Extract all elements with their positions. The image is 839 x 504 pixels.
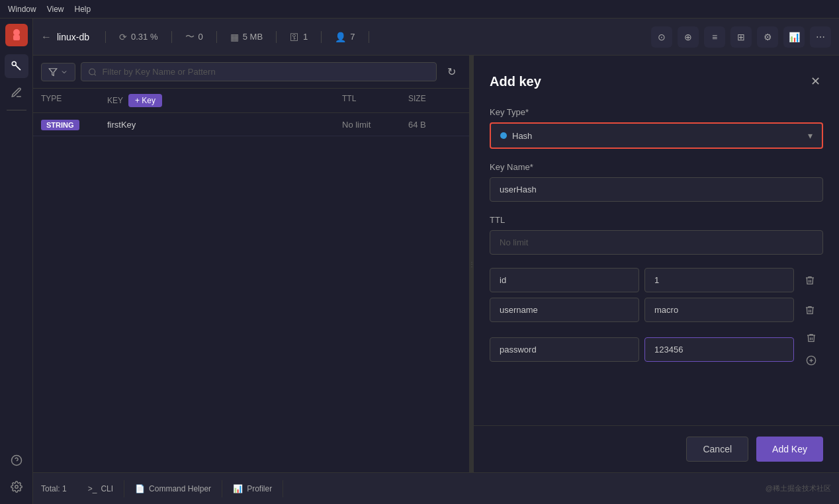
- key-type-label: Key Type*: [490, 107, 823, 117]
- cli-tab[interactable]: >_ CLI: [77, 480, 124, 497]
- watermark: @稀土掘金技术社区: [766, 483, 831, 493]
- menu-help[interactable]: Help: [74, 5, 91, 14]
- action-btn-6[interactable]: 📊: [783, 26, 805, 48]
- key-count-value: 1: [303, 32, 308, 42]
- ttl-group: TTL: [490, 215, 823, 255]
- panel-footer: Cancel Add Key: [474, 425, 839, 472]
- add-key-submit-button[interactable]: Add Key: [756, 437, 823, 462]
- search-box: [81, 62, 437, 81]
- panel-area: ↻ Type Key + Key TTL Size STRING: [33, 56, 839, 472]
- action-btn-2[interactable]: ⊕: [678, 26, 699, 48]
- key-count-icon: ⚿: [290, 32, 299, 42]
- more-actions-btn[interactable]: ⋯: [810, 26, 831, 48]
- total-count: Total: 1: [41, 484, 67, 493]
- key-ttl: No limit: [342, 120, 408, 130]
- conn-stat: 〜 0: [172, 31, 217, 43]
- tab-stats: ⟳ 0.31 % 〜 0 ▦ 5 MB ⚿ 1 👤 7: [105, 31, 651, 43]
- mem-value: 5 MB: [243, 32, 263, 42]
- profiler-symbol: 📊: [233, 484, 243, 493]
- profiler-label: Profiler: [247, 484, 272, 493]
- menu-bar: Window View Help: [0, 0, 839, 19]
- profiler-tab[interactable]: 📊 Profiler: [222, 480, 283, 497]
- user-stat: 👤 7: [322, 31, 369, 43]
- cpu-icon: ⟳: [119, 32, 127, 42]
- table-row[interactable]: STRING firstKey No limit 64 B: [33, 113, 469, 136]
- key-type-group: Key Type* Hash String List Set ZSet ▾: [490, 107, 823, 149]
- cli-label: CLI: [101, 484, 113, 493]
- hash-field-row-1: [490, 298, 823, 322]
- key-size: 64 B: [408, 120, 461, 130]
- svg-marker-6: [49, 68, 57, 75]
- status-bar: Total: 1 >_ CLI 📄 Command Helper 📊 Profi…: [33, 472, 839, 504]
- add-key-button[interactable]: + Key: [128, 94, 162, 107]
- chevron-down-icon: ▾: [808, 130, 813, 141]
- command-helper-label: Command Helper: [149, 484, 211, 493]
- key-type-badge: STRING: [41, 118, 107, 130]
- sidebar-item-keys[interactable]: [5, 54, 28, 78]
- command-helper-tab[interactable]: 📄 Command Helper: [124, 480, 222, 497]
- filter-button[interactable]: [41, 63, 75, 81]
- key-list-panel: ↻ Type Key + Key TTL Size STRING: [33, 56, 470, 472]
- tab-actions: ⊙ ⊕ ≡ ⊞ ⚙ 📊 ⋯: [651, 26, 831, 48]
- menu-view[interactable]: View: [47, 5, 64, 14]
- conn-value: 0: [199, 32, 203, 42]
- back-button[interactable]: ←: [41, 31, 52, 43]
- delete-field-2-button[interactable]: [801, 327, 822, 349]
- ttl-input[interactable]: [490, 230, 823, 255]
- cpu-stat: ⟳ 0.31 %: [105, 31, 171, 43]
- close-panel-button[interactable]: ✕: [808, 71, 823, 91]
- hash-field-key-1[interactable]: [490, 298, 639, 322]
- key-type-select-wrapper[interactable]: Hash String List Set ZSet ▾: [490, 122, 823, 149]
- app-logo[interactable]: [5, 24, 28, 46]
- svg-point-2: [12, 62, 16, 65]
- hash-fields: [490, 268, 823, 371]
- panel-title: Add key: [490, 74, 541, 89]
- panel-header: Add key ✕: [490, 71, 823, 91]
- action-btn-4[interactable]: ⊞: [730, 26, 752, 48]
- cpu-value: 0.31 %: [131, 32, 157, 42]
- col-key: Key + Key: [107, 94, 342, 107]
- hash-field-value-0[interactable]: [644, 268, 794, 292]
- key-name-label: Key Name*: [490, 162, 823, 172]
- mem-icon: ▦: [230, 32, 239, 42]
- db-title: linux-db: [57, 32, 89, 42]
- hash-field-key-2[interactable]: [490, 337, 639, 362]
- delete-field-0-button[interactable]: [799, 270, 820, 291]
- tab-bar: ← linux-db ⟳ 0.31 % 〜 0 ▦ 5 MB ⚿ 1: [33, 19, 839, 56]
- hash-field-row-2: [490, 327, 823, 371]
- key-stat: ⚿ 1: [277, 31, 322, 43]
- key-name: firstKey: [107, 120, 342, 130]
- menu-window[interactable]: Window: [8, 5, 36, 14]
- search-icon: [88, 67, 97, 77]
- key-name-group: Key Name*: [490, 162, 823, 202]
- user-icon: 👤: [335, 32, 346, 42]
- mem-stat: ▦ 5 MB: [217, 31, 277, 43]
- hash-field-value-1[interactable]: [644, 298, 794, 322]
- search-input[interactable]: [102, 67, 429, 77]
- ttl-label: TTL: [490, 215, 823, 225]
- table-header: Type Key + Key TTL Size: [33, 89, 469, 113]
- refresh-button[interactable]: ↻: [442, 63, 461, 81]
- delete-field-1-button[interactable]: [799, 300, 820, 321]
- sidebar: [0, 19, 33, 504]
- action-btn-1[interactable]: ⊙: [651, 26, 672, 48]
- cancel-button[interactable]: Cancel: [686, 437, 748, 462]
- key-type-select[interactable]: Hash String List Set ZSet: [512, 131, 808, 141]
- svg-point-7: [89, 68, 95, 74]
- content-area: ← linux-db ⟳ 0.31 % 〜 0 ▦ 5 MB ⚿ 1: [33, 19, 839, 504]
- hash-field-row-0: [490, 268, 823, 292]
- col-ttl: TTL: [342, 94, 408, 107]
- action-btn-3[interactable]: ≡: [704, 26, 725, 48]
- key-table: Type Key + Key TTL Size STRING firstKey: [33, 89, 469, 472]
- sidebar-settings[interactable]: [5, 475, 28, 499]
- hash-field-value-2[interactable]: [644, 337, 794, 362]
- svg-rect-1: [13, 35, 20, 40]
- sidebar-item-browser[interactable]: [5, 81, 28, 105]
- key-name-input[interactable]: [490, 177, 823, 202]
- sidebar-help[interactable]: [5, 448, 28, 472]
- hash-field-key-0[interactable]: [490, 268, 639, 292]
- add-field-button[interactable]: [801, 350, 822, 371]
- key-list-toolbar: ↻: [33, 56, 469, 89]
- action-btn-5[interactable]: ⚙: [757, 26, 778, 48]
- svg-line-8: [94, 73, 95, 75]
